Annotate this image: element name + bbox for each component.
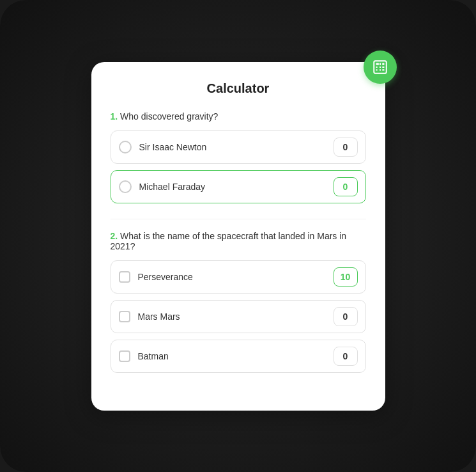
svg-rect-1	[376, 63, 378, 65]
question-1-label: 1. Who discovered gravity?	[111, 111, 366, 122]
svg-rect-7	[376, 69, 377, 70]
score-badge-q2-2: 0	[334, 307, 358, 326]
svg-rect-6	[382, 66, 384, 67]
question-2-option-3[interactable]: Batman 0	[111, 340, 366, 373]
svg-rect-8	[379, 69, 380, 70]
option-label-q2-3: Batman	[138, 351, 334, 361]
question-2-option-2[interactable]: Mars Mars 0	[111, 300, 366, 333]
question-1-block: 1. Who discovered gravity? Sir Isaac New…	[111, 111, 366, 203]
question-1-text: Who discovered gravity?	[120, 111, 218, 122]
question-2-block: 2. What is the name of the spacecraft th…	[111, 231, 366, 373]
checkbox-q2-option3[interactable]	[119, 350, 130, 362]
svg-rect-2	[379, 63, 380, 65]
question-1-number: 1.	[111, 111, 118, 122]
radio-q1-option1[interactable]	[119, 141, 132, 153]
score-badge-q2-1: 10	[334, 267, 358, 287]
score-badge-q1-2: 0	[334, 177, 358, 196]
score-badge-q1-1: 0	[334, 138, 358, 157]
option-label-q2-2: Mars Mars	[138, 311, 334, 322]
option-label-q1-1: Sir Isaac Newton	[139, 142, 334, 152]
question-2-label: 2. What is the name of the spacecraft th…	[111, 231, 366, 251]
question-1-option-2[interactable]: Michael Faraday 0	[111, 170, 366, 203]
svg-rect-3	[382, 63, 384, 65]
option-label-q1-2: Michael Faraday	[139, 182, 334, 192]
svg-rect-9	[382, 69, 384, 70]
question-2-text: What is the name of the spacecraft that …	[111, 231, 347, 251]
svg-rect-5	[379, 66, 380, 67]
card-title: Calculator	[111, 81, 366, 96]
radio-q1-option2[interactable]	[119, 180, 132, 193]
question-1-option-1[interactable]: Sir Isaac Newton 0	[111, 130, 366, 164]
question-2-option-1[interactable]: Perseverance 10	[111, 260, 366, 294]
option-label-q2-1: Perseverance	[138, 272, 334, 282]
question-2-number: 2.	[111, 231, 118, 241]
calculator-card: Calculator 1. Who discovered gravity? Si…	[91, 62, 385, 411]
section-divider	[111, 219, 366, 219]
score-badge-q2-3: 0	[334, 347, 358, 366]
svg-rect-4	[376, 66, 377, 67]
outer-background: Calculator 1. Who discovered gravity? Si…	[0, 0, 476, 472]
checkbox-q2-option2[interactable]	[119, 311, 130, 322]
calculator-icon	[364, 51, 397, 84]
checkbox-q2-option1[interactable]	[119, 271, 130, 283]
